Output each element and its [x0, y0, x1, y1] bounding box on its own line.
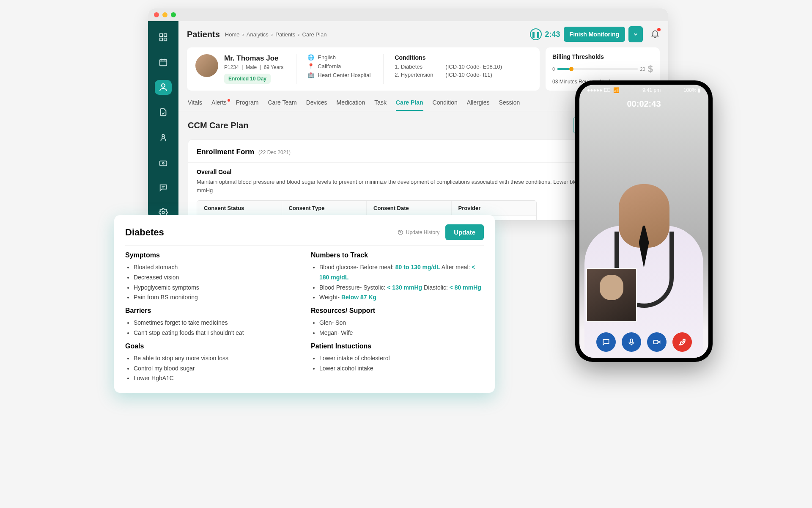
tab-vitals[interactable]: Vitals: [188, 99, 202, 111]
list-item: Weight- Below 87 Kg: [319, 293, 484, 303]
list-item: Megan- Wife: [319, 328, 484, 338]
finish-dropdown[interactable]: [628, 26, 643, 42]
list-item: Lower intake of cholesterol: [319, 353, 484, 364]
list-item: Pain from BS monitoring: [134, 293, 298, 303]
condition-row: 1. Diabetes(ICD-10 Code- E08.10): [395, 64, 502, 70]
mic-icon[interactable]: [622, 332, 641, 352]
enrolled-badge: Enrolled 10 Day: [224, 74, 271, 84]
list-item: Bloated stomach: [134, 262, 298, 273]
symptoms-heading: Symptoms: [125, 251, 298, 259]
resources-list: Glen- SonMegan- Wife: [311, 318, 484, 338]
tab-care-team[interactable]: Care Team: [268, 99, 296, 111]
billing-progress: [557, 68, 637, 70]
instructions-heading: Patient Instuctions: [311, 342, 484, 350]
svg-rect-0: [160, 33, 162, 36]
list-item: Be able to stop any more vision loss: [134, 353, 298, 364]
instructions-list: Lower intake of cholesterolLower alcohol…: [311, 353, 484, 374]
list-item: Decreased vision: [134, 273, 298, 283]
patient-name: Mr. Thomas Joe: [224, 54, 283, 63]
update-button[interactable]: Update: [445, 224, 484, 240]
call-controls: [579, 332, 708, 352]
svg-point-5: [162, 84, 165, 87]
svg-rect-10: [630, 339, 632, 343]
svg-rect-4: [160, 59, 167, 66]
goals-heading: Goals: [125, 342, 298, 350]
hangup-icon[interactable]: [672, 332, 692, 352]
phone-mockup: ●●●●● EE 📶 9:41 pm 100% ▮ 00:02:43: [575, 80, 713, 362]
list-item: Glen- Son: [319, 318, 484, 328]
tab-task[interactable]: Task: [374, 99, 387, 111]
patient-avatar: [195, 54, 218, 77]
conditions-heading: Conditions: [395, 54, 502, 61]
diabetes-title: Diabetes: [125, 227, 164, 238]
svg-rect-2: [160, 38, 162, 40]
pause-icon[interactable]: ❚❚: [530, 28, 542, 40]
notifications-icon[interactable]: [650, 29, 660, 40]
tab-session[interactable]: Session: [499, 99, 520, 111]
sidebar-calendar[interactable]: [155, 55, 172, 69]
chat-icon[interactable]: [596, 332, 616, 352]
page-title: Patients: [187, 30, 220, 39]
sidebar-providers[interactable]: [155, 130, 172, 145]
goals-list: Be able to stop any more vision lossCont…: [125, 353, 298, 384]
numbers-list: Blood glucose- Before meal: 80 to 130 mg…: [311, 262, 484, 303]
monitoring-timer: ❚❚ 2:43: [530, 28, 560, 40]
numbers-heading: Numbers to Track: [311, 251, 484, 259]
list-item: Lower alcohol intake: [319, 364, 484, 374]
patient-meta: P1234 | Male | 69 Years: [224, 64, 283, 70]
sidebar-patients[interactable]: [155, 80, 172, 95]
finish-monitoring-button[interactable]: Finish Monitoring: [564, 27, 625, 42]
tab-alerts[interactable]: Alerts: [211, 99, 227, 111]
diabetes-card: Diabetes Update History Update Symptoms …: [114, 215, 495, 393]
barriers-list: Sometimes forget to take medicinesCan't …: [125, 318, 298, 338]
enrollment-date: (22 Dec 2021): [258, 149, 291, 155]
call-timer: 00:02:43: [579, 99, 708, 109]
sidebar-messages[interactable]: [155, 180, 172, 195]
svg-rect-1: [164, 33, 167, 36]
condition-row: 2. Hypertension(ICD-10 Code- I11): [395, 72, 502, 78]
close-icon[interactable]: [154, 12, 159, 17]
svg-rect-3: [164, 38, 167, 40]
resources-heading: Resources/ Support: [311, 307, 484, 315]
list-item: Blood Pressure- Systolic: < 130 mmHg Dia…: [319, 283, 484, 293]
tab-care-plan[interactable]: Care Plan: [396, 99, 423, 111]
tab-medication[interactable]: Medication: [336, 99, 365, 111]
list-item: Control my blood sugar: [134, 364, 298, 374]
ccm-title: CCM Care Plan: [188, 121, 248, 130]
maximize-icon[interactable]: [171, 12, 176, 17]
sidebar-billing[interactable]: [155, 155, 172, 170]
phone-statusbar: ●●●●● EE 📶 9:41 pm 100% ▮: [579, 85, 708, 96]
tab-allergies[interactable]: Allergies: [467, 99, 490, 111]
tab-condition[interactable]: Condition: [433, 99, 458, 111]
list-item: Hypoglycemic symptoms: [134, 283, 298, 293]
hospital-icon: 🏥: [307, 72, 314, 78]
tab-program[interactable]: Program: [236, 99, 259, 111]
titlebar: [148, 8, 668, 21]
update-history-link[interactable]: Update History: [398, 229, 439, 235]
sidebar: [148, 21, 178, 220]
sidebar-dashboard[interactable]: [155, 30, 172, 44]
list-item: Blood glucose- Before meal: 80 to 130 mg…: [319, 262, 484, 283]
list-item: Can't stop eating foods that I shouldn't…: [134, 328, 298, 338]
video-self-pip[interactable]: [586, 268, 637, 322]
location-icon: 📍: [307, 63, 314, 69]
globe-icon: 🌐: [307, 54, 314, 61]
video-main-feed: [579, 145, 708, 358]
svg-point-6: [162, 134, 165, 137]
symptoms-list: Bloated stomachDecreased visionHypoglyce…: [125, 262, 298, 303]
tab-devices[interactable]: Devices: [306, 99, 327, 111]
billing-title: Billing Thresholds: [552, 53, 653, 60]
list-item: Lower HgbA1C: [134, 373, 298, 384]
sidebar-documents[interactable]: [155, 105, 172, 120]
video-icon[interactable]: [647, 332, 667, 352]
patient-summary-card: Mr. Thomas Joe P1234 | Male | 69 Years E…: [187, 47, 540, 91]
enrollment-title: Enrollment Form: [197, 148, 254, 156]
breadcrumb: Home › Analytics › Patients › Care Plan: [225, 31, 327, 38]
dollar-icon: $: [648, 64, 653, 75]
barriers-heading: Barriers: [125, 307, 298, 315]
minimize-icon[interactable]: [162, 12, 167, 17]
svg-point-9: [162, 212, 165, 214]
list-item: Sometimes forget to take medicines: [134, 318, 298, 328]
svg-rect-7: [160, 161, 167, 166]
svg-point-8: [162, 163, 164, 164]
